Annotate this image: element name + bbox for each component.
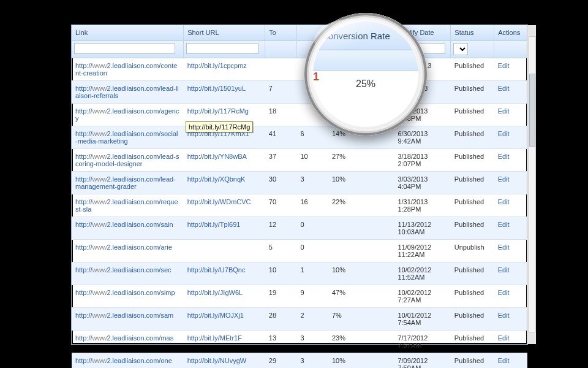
cell-status: Published — [451, 126, 494, 149]
cell-status: Published — [451, 308, 494, 331]
edit-link[interactable]: Edit — [498, 312, 510, 319]
link-cell[interactable]: http://www2.leadliaison.com/one — [75, 357, 180, 364]
cell-c4: 3 — [296, 331, 328, 353]
cell-c5: 10% — [328, 353, 394, 369]
cell-c5: 47% — [328, 285, 394, 308]
table-row: http://www2.leadliaison.com/content-crea… — [72, 58, 527, 81]
cell-date: 7/17/20127:57AM — [394, 331, 450, 353]
table-row: http://www2.leadliaison.com/samhttp://bi… — [72, 308, 527, 331]
table-row: http://www2.leadliaison.com/social-media… — [72, 126, 527, 149]
short-url-cell[interactable]: http://bit.ly/MOJXj1 — [187, 312, 262, 319]
link-cell[interactable]: http://www2.leadliaison.com/content-crea… — [75, 62, 180, 77]
edit-link[interactable]: Edit — [498, 221, 510, 228]
cell-status: Published — [451, 263, 494, 285]
table-row: http://www2.leadliaison.com/lead-liaison… — [72, 81, 527, 104]
cell-c4: 0 — [296, 217, 328, 240]
cell-c3: 12 — [265, 217, 297, 240]
tooltip: http://bit.ly/117RcMg — [186, 121, 253, 132]
cell-status: Published — [451, 194, 494, 217]
cell-c3: 41 — [265, 126, 297, 149]
short-url-cell[interactable]: http://bit.ly/YN8wBA — [187, 153, 262, 160]
link-cell[interactable]: http://www2.leadliaison.com/mas — [75, 334, 180, 342]
cell-c4: 9 — [296, 285, 328, 308]
short-url-cell[interactable]: http://bit.ly/117RcMg — [187, 107, 262, 115]
magnifier-value: 1 25% — [313, 71, 418, 98]
edit-link[interactable]: Edit — [498, 357, 510, 364]
vertical-scrollbar[interactable] — [527, 25, 536, 344]
cell-c3: 10 — [265, 263, 297, 285]
short-url-cell[interactable]: http://bit.ly/WDmCVC — [187, 198, 262, 205]
short-url-cell[interactable]: http://bit.ly/NUvygW — [187, 357, 262, 364]
short-url-cell[interactable]: http://bit.ly/1501yuL — [187, 85, 262, 92]
link-cell[interactable]: http://www2.leadliaison.com/request-sla — [75, 198, 180, 213]
data-grid: Link Short URL To Modify Date Status Act… — [72, 25, 527, 368]
edit-link[interactable]: Edit — [498, 62, 510, 69]
short-url-cell[interactable]: http://bit.ly/MEtr1F — [187, 334, 262, 342]
cell-date: 3/03/20134:04PM — [394, 172, 450, 194]
cell-date: 1/31/20131:28PM — [394, 194, 450, 217]
table-row: http://www2.leadliaison.com/onehttp://bi… — [72, 353, 527, 369]
col-header-short-url[interactable]: Short URL — [184, 25, 265, 40]
link-cell[interactable]: http://www2.leadliaison.com/arie — [75, 243, 180, 251]
edit-link[interactable]: Edit — [498, 266, 510, 274]
link-cell[interactable]: http://www2.leadliaison.com/sec — [75, 266, 180, 274]
edit-link[interactable]: Edit — [498, 107, 510, 115]
link-cell[interactable]: http://www2.leadliaison.com/lead-scoring… — [75, 153, 180, 167]
table-row: http://www2.leadliaison.com/arie5011/09/… — [72, 240, 527, 263]
link-cell[interactable]: http://www2.leadliaison.com/social-media… — [75, 130, 180, 145]
scrollbar-track — [529, 36, 536, 333]
cell-status: Published — [451, 217, 494, 240]
short-url-cell[interactable]: http://bit.ly/U7BQnc — [187, 266, 262, 274]
link-cell[interactable]: http://www2.leadliaison.com/simp — [75, 289, 180, 296]
magnifier-glare — [314, 19, 388, 62]
cell-c4: 16 — [296, 194, 328, 217]
edit-link[interactable]: Edit — [498, 175, 510, 183]
short-url-cell[interactable]: http://bit.ly/XQbnqK — [187, 175, 262, 183]
cell-c3: 7 — [265, 81, 297, 104]
col-header-total[interactable]: To — [265, 25, 297, 40]
cell-date: 10/02/201211:52AM — [394, 263, 450, 285]
cell-date: 10/02/20127:27AM — [394, 285, 450, 308]
edit-link[interactable]: Edit — [498, 130, 510, 137]
filter-row — [72, 40, 527, 58]
filter-select-status[interactable] — [453, 43, 468, 55]
cell-c3: 18 — [265, 104, 297, 126]
edit-link[interactable]: Edit — [498, 198, 510, 205]
table-row: http://www2.leadliaison.com/lead-scoring… — [72, 149, 527, 172]
col-header-status[interactable]: Status — [451, 25, 494, 40]
cell-c4: 2 — [296, 308, 328, 331]
magnifier-lens: Conversion Rate 1 25% — [304, 13, 427, 136]
cell-date: 11/09/201211:22AM — [394, 240, 450, 263]
magnifier-left-peek: 1 — [313, 71, 319, 83]
short-url-cell[interactable]: http://bit.ly/JIgW6L — [187, 289, 262, 296]
cell-status: Published — [451, 331, 494, 353]
cell-status: Published — [451, 81, 494, 104]
col-header-actions[interactable]: Actions — [494, 25, 527, 40]
cell-c4: 3 — [296, 353, 328, 369]
data-grid-panel: Link Short URL To Modify Date Status Act… — [71, 25, 528, 345]
filter-input-short-url[interactable] — [186, 43, 258, 54]
edit-link[interactable]: Edit — [498, 243, 510, 251]
cell-c5: 7% — [328, 308, 394, 331]
table-row: http://www2.leadliaison.com/lead-managem… — [72, 172, 527, 194]
edit-link[interactable]: Edit — [498, 289, 510, 296]
edit-link[interactable]: Edit — [498, 85, 510, 92]
link-cell[interactable]: http://www2.leadliaison.com/lead-managem… — [75, 175, 180, 190]
filter-input-link[interactable] — [74, 43, 175, 54]
link-cell[interactable]: http://www2.leadliaison.com/sain — [75, 221, 180, 228]
short-url-cell[interactable]: http://bit.ly/1cpcpmz — [187, 62, 262, 69]
cell-c5: 27% — [328, 149, 394, 172]
link-cell[interactable]: http://www2.leadliaison.com/agency — [75, 107, 180, 122]
cell-status: Published — [451, 149, 494, 172]
cell-status: Unpublish — [451, 240, 494, 263]
edit-link[interactable]: Edit — [498, 334, 510, 342]
link-cell[interactable]: http://www2.leadliaison.com/sam — [75, 312, 180, 319]
scrollbar-thumb[interactable] — [529, 74, 535, 147]
edit-link[interactable]: Edit — [498, 153, 510, 160]
cell-c3: 19 — [265, 285, 297, 308]
cell-c5: 10% — [328, 172, 394, 194]
col-header-link[interactable]: Link — [72, 25, 184, 40]
link-cell[interactable]: http://www2.leadliaison.com/lead-liaison… — [75, 85, 180, 99]
cell-c4: 3 — [296, 172, 328, 194]
short-url-cell[interactable]: http://bit.ly/Tpl691 — [187, 221, 262, 228]
